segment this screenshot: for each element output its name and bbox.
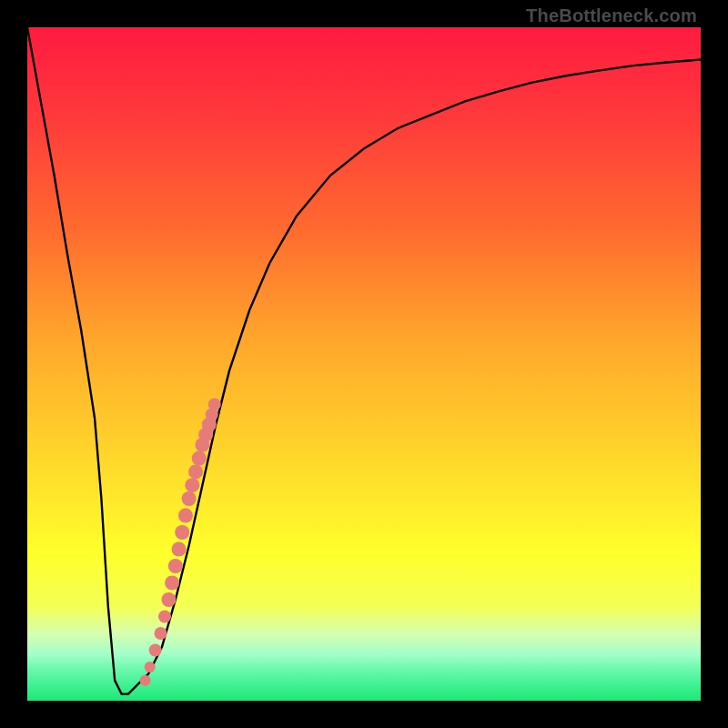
- bottleneck-curve: [27, 27, 701, 694]
- highlight-dot: [145, 662, 156, 672]
- highlight-dot: [208, 398, 221, 410]
- highlight-dot: [149, 644, 162, 657]
- curve-layer: [27, 27, 701, 701]
- watermark-text: TheBottleneck.com: [526, 5, 697, 26]
- highlight-dot: [178, 509, 193, 523]
- highlight-dot: [182, 491, 197, 506]
- highlight-dot: [155, 627, 167, 640]
- highlight-dot: [165, 576, 179, 591]
- plot-area: [27, 27, 701, 701]
- highlight-dot: [161, 592, 176, 607]
- highlight-dot: [185, 478, 199, 492]
- highlight-dot: [140, 675, 151, 686]
- highlight-dots: [140, 398, 221, 685]
- highlight-dot: [175, 525, 189, 540]
- highlight-dot: [172, 542, 187, 557]
- highlight-dot: [168, 559, 183, 573]
- highlight-dot: [192, 451, 207, 466]
- chart-frame: TheBottleneck.com: [0, 0, 728, 728]
- highlight-dot: [158, 611, 171, 623]
- highlight-dot: [188, 464, 203, 479]
